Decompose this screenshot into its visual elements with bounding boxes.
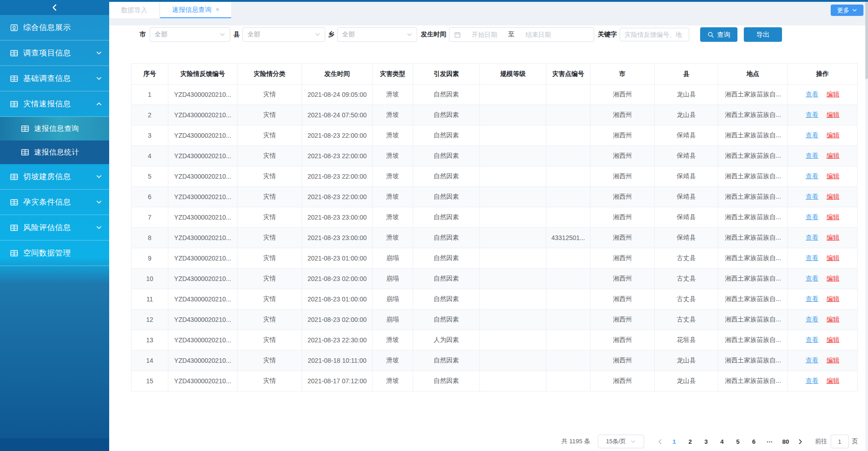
sidebar-item-basic-survey-info[interactable]: 基础调查信息 <box>0 66 109 91</box>
county-select[interactable]: 全部 <box>242 27 325 42</box>
edit-link[interactable]: 编辑 <box>827 90 839 98</box>
search-button[interactable]: 查询 <box>700 27 737 42</box>
sidebar-item-spatial-data-mgmt[interactable]: 空间数据管理 <box>0 241 109 266</box>
sidebar-item-disaster-report-info[interactable]: 灾情速报信息 <box>0 91 109 117</box>
column-header: 灾害点编号 <box>546 64 590 85</box>
cell-scale <box>480 269 546 289</box>
cell-cause: 自然因素 <box>413 207 480 228</box>
cell-county: 保靖县 <box>655 207 718 228</box>
tab-report-info-query[interactable]: 速报信息查询× <box>160 2 231 18</box>
cell-actions: 查看编辑 <box>788 289 858 310</box>
township-select[interactable]: 全部 <box>337 27 417 42</box>
goto-label: 前往 <box>815 437 828 446</box>
cell-scale <box>480 146 546 166</box>
chevron-down-icon <box>96 50 102 56</box>
sidebar-collapse-button[interactable] <box>0 0 109 15</box>
cell-county: 保靖县 <box>655 146 718 166</box>
cell-actions: 查看编辑 <box>788 351 858 371</box>
goto-page-input[interactable] <box>831 435 849 448</box>
view-link[interactable]: 查看 <box>806 275 818 282</box>
date-range-picker[interactable]: 至 <box>449 27 594 42</box>
page-size-select[interactable]: 15条/页 <box>598 435 644 448</box>
sidebar-item-slope-housing-info[interactable]: 切坡建房信息 <box>0 164 109 190</box>
edit-link[interactable]: 编辑 <box>827 275 839 282</box>
page-button[interactable]: 5 <box>732 438 744 445</box>
cell-place: 湘西土家族苗族自... <box>718 187 788 207</box>
table-row: 4YZD43000020210...灾情2021-08-23 22:00:00滑… <box>131 146 858 166</box>
export-button[interactable]: 导出 <box>744 27 782 42</box>
next-page-button[interactable] <box>797 439 803 445</box>
edit-link[interactable]: 编辑 <box>827 295 839 302</box>
cell-cause: 自然因素 <box>413 248 480 269</box>
view-link[interactable]: 查看 <box>806 254 818 261</box>
view-link[interactable]: 查看 <box>806 152 818 159</box>
tab-data-import[interactable]: 数据导入 <box>109 2 159 18</box>
view-link[interactable]: 查看 <box>806 316 818 323</box>
close-icon[interactable]: × <box>216 6 219 13</box>
sidebar-footer <box>0 438 109 451</box>
chevron-up-icon <box>96 101 102 107</box>
edit-link[interactable]: 编辑 <box>827 213 839 220</box>
chevron-down-icon <box>631 439 636 444</box>
grid-icon <box>10 49 18 57</box>
view-link[interactable]: 查看 <box>806 193 818 200</box>
sidebar-item-hazard-condition-info[interactable]: 孕灾条件信息 <box>0 190 109 215</box>
city-select[interactable]: 全部 <box>150 27 230 42</box>
start-date-input[interactable] <box>463 30 506 39</box>
view-link[interactable]: 查看 <box>806 377 818 384</box>
scrollbar-track[interactable] <box>865 2 868 451</box>
prev-page-button[interactable] <box>657 439 663 445</box>
cell-scale <box>480 310 546 330</box>
grid-icon <box>10 249 18 257</box>
edit-link[interactable]: 编辑 <box>827 377 839 384</box>
sidebar-item-comprehensive-info[interactable]: 综合信息展示 <box>0 15 109 40</box>
page-button[interactable]: 80 <box>780 438 792 445</box>
sidebar-item-report-info-stats[interactable]: 速报信息统计 <box>0 140 109 164</box>
view-link[interactable]: 查看 <box>806 213 818 220</box>
sidebar-item-report-info-query[interactable]: 速报信息查询 <box>0 117 109 140</box>
column-header: 发生时间 <box>302 64 373 85</box>
page-ellipsis: ··· <box>764 438 776 445</box>
view-link[interactable]: 查看 <box>806 295 818 302</box>
view-link[interactable]: 查看 <box>806 356 818 364</box>
edit-link[interactable]: 编辑 <box>827 356 839 364</box>
page-button[interactable]: 4 <box>716 438 728 445</box>
cell-no: 1 <box>131 85 168 105</box>
cell-actions: 查看编辑 <box>788 105 858 125</box>
results-table-wrap: 序号灾险情反馈编号灾险情分类发生时间灾害类型引发因素规模等级灾害点编号市县地点操… <box>131 63 857 391</box>
cell-no: 12 <box>131 310 168 330</box>
edit-link[interactable]: 编辑 <box>827 336 839 343</box>
edit-link[interactable]: 编辑 <box>827 152 839 159</box>
view-link[interactable]: 查看 <box>806 234 818 241</box>
edit-link[interactable]: 编辑 <box>827 193 839 200</box>
view-link[interactable]: 查看 <box>806 90 818 98</box>
view-link[interactable]: 查看 <box>806 172 818 180</box>
edit-link[interactable]: 编辑 <box>827 131 839 139</box>
page-button[interactable]: 6 <box>748 438 760 445</box>
sidebar-item-survey-project-info[interactable]: 调查项目信息 <box>0 40 109 66</box>
view-link[interactable]: 查看 <box>806 131 818 139</box>
view-link[interactable]: 查看 <box>806 336 818 343</box>
scrollbar-thumb[interactable] <box>865 2 868 79</box>
cell-city: 湘西州 <box>590 105 655 125</box>
edit-link[interactable]: 编辑 <box>827 111 839 118</box>
edit-link[interactable]: 编辑 <box>827 254 839 261</box>
cell-no: 5 <box>131 166 168 187</box>
page-button[interactable]: 3 <box>700 438 712 445</box>
page-button[interactable]: 2 <box>684 438 696 445</box>
page-button[interactable]: 1 <box>668 438 681 445</box>
view-link[interactable]: 查看 <box>806 111 818 118</box>
cell-time: 2021-08-23 01:00:00 <box>302 289 373 310</box>
chevron-right-icon <box>797 439 803 445</box>
edit-link[interactable]: 编辑 <box>827 234 839 241</box>
edit-link[interactable]: 编辑 <box>827 172 839 180</box>
column-header: 规模等级 <box>480 64 546 85</box>
cell-no: 13 <box>131 330 168 351</box>
cell-point <box>546 166 590 187</box>
more-button[interactable]: 更多 <box>831 5 863 16</box>
keyword-input[interactable] <box>620 28 689 41</box>
sidebar-item-risk-assessment-info[interactable]: 风险评估信息 <box>0 215 109 241</box>
edit-link[interactable]: 编辑 <box>827 316 839 323</box>
cell-point <box>546 125 590 146</box>
end-date-input[interactable] <box>516 30 560 39</box>
